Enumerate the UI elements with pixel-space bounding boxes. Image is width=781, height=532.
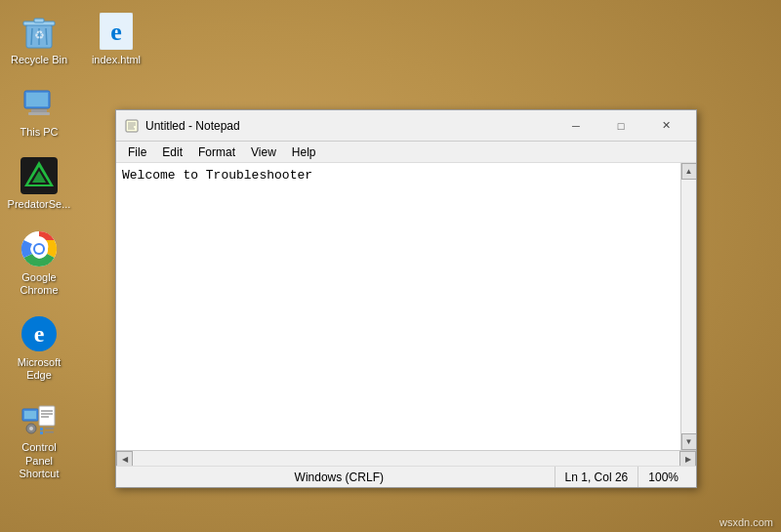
svg-rect-9 [31, 109, 47, 112]
microsoft-edge-icon[interactable]: e Microsoft Edge [3, 310, 75, 386]
index-html-label: index.html [92, 54, 141, 66]
svg-rect-2 [34, 19, 44, 22]
microsoft-edge-label: Microsoft Edge [7, 356, 71, 382]
this-pc-label: This PC [20, 126, 58, 139]
svg-point-28 [29, 427, 33, 430]
watermark: wsxdn.com [719, 516, 773, 528]
predator-sense-label: PredatorSe... [8, 198, 71, 211]
minimize-button[interactable]: ─ [554, 110, 598, 142]
menu-help[interactable]: Help [284, 142, 324, 162]
google-chrome-image [20, 229, 59, 268]
svg-rect-10 [28, 112, 50, 115]
recycle-bin-icon[interactable]: ♻ Recycle Bin [3, 8, 75, 70]
notepad-window: Untitled - Notepad ─ □ ✕ File Edit Forma… [115, 109, 697, 488]
scroll-up-button[interactable]: ▲ [681, 163, 697, 180]
svg-point-18 [35, 245, 43, 253]
desktop-icon-column: ♻ Recycle Bin This PC [0, 0, 78, 484]
close-button[interactable]: ✕ [643, 110, 688, 142]
window-statusbar: Windows (CRLF) Ln 1, Col 26 100% [116, 466, 696, 487]
notepad-icon [124, 118, 140, 134]
index-html-icon[interactable]: e index.html [80, 8, 152, 70]
recycle-bin-image: ♻ [20, 12, 59, 51]
svg-rect-36 [126, 120, 138, 132]
svg-text:e: e [110, 18, 122, 46]
scroll-down-button[interactable]: ▼ [681, 433, 697, 450]
status-zoom: 100% [638, 467, 688, 487]
predator-sense-image [20, 156, 59, 195]
svg-rect-30 [45, 428, 54, 430]
menu-format[interactable]: Format [190, 142, 243, 162]
recycle-bin-label: Recycle Bin [11, 54, 67, 66]
window-titlebar: Untitled - Notepad ─ □ ✕ [116, 110, 696, 142]
scroll-track[interactable] [681, 180, 696, 433]
microsoft-edge-image: e [20, 314, 59, 353]
scrollbar-horizontal[interactable]: ◀ ▶ [116, 450, 696, 466]
scroll-right-button[interactable]: ▶ [679, 451, 696, 467]
this-pc-image [20, 84, 59, 123]
window-controls: ─ □ ✕ [554, 110, 688, 142]
control-panel-icon[interactable]: Control Panel Shortcut [3, 395, 75, 484]
scrollbar-vertical[interactable]: ▲ ▼ [680, 163, 696, 450]
this-pc-icon[interactable]: This PC [3, 80, 75, 143]
svg-line-3 [31, 28, 32, 45]
svg-rect-29 [40, 428, 43, 430]
scroll-left-button[interactable]: ◀ [116, 451, 133, 467]
google-chrome-label: Google Chrome [7, 271, 71, 297]
notepad-textarea[interactable]: Welcome to Troubleshooter [116, 163, 680, 450]
menu-view[interactable]: View [243, 142, 284, 162]
window-menubar: File Edit Format View Help [116, 142, 696, 163]
index-html-image: e [97, 12, 136, 51]
notepad-content-area: Welcome to Troubleshooter ▲ ▼ [116, 163, 696, 450]
google-chrome-icon[interactable]: Google Chrome [3, 225, 75, 301]
predator-sense-icon[interactable]: PredatorSe... [3, 152, 75, 215]
desktop: ♻ Recycle Bin This PC [0, 0, 781, 532]
control-panel-image [20, 399, 59, 438]
status-position: Ln 1, Col 26 [555, 467, 639, 487]
menu-file[interactable]: File [120, 142, 154, 162]
svg-rect-23 [39, 406, 55, 426]
svg-rect-22 [24, 411, 36, 419]
status-encoding: Windows (CRLF) [124, 467, 555, 487]
svg-line-5 [46, 28, 47, 45]
window-title: Untitled - Notepad [145, 119, 554, 133]
maximize-button[interactable]: □ [598, 110, 643, 142]
menu-edit[interactable]: Edit [154, 142, 190, 162]
control-panel-label: Control Panel Shortcut [7, 441, 71, 480]
svg-rect-32 [45, 431, 54, 433]
svg-text:e: e [34, 321, 45, 347]
svg-text:♻: ♻ [34, 28, 45, 42]
svg-rect-8 [26, 93, 48, 106]
svg-rect-31 [40, 431, 43, 434]
scroll-h-track[interactable] [133, 451, 679, 466]
